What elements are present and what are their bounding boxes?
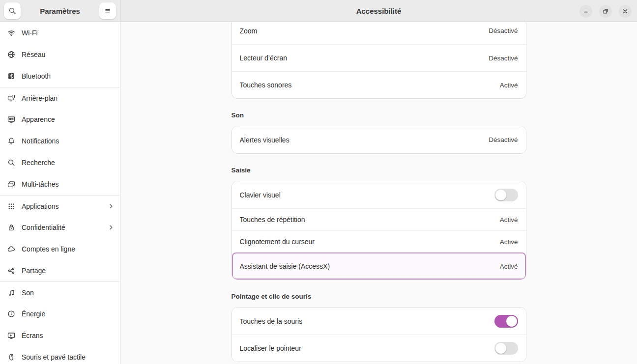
sidebar-item-label: Wi-Fi: [22, 29, 115, 37]
chevron-right-icon: [107, 224, 115, 231]
minimize-button[interactable]: [579, 5, 592, 18]
row-value: Désactivé: [489, 55, 518, 62]
sidebar-item-label: Comptes en ligne: [22, 245, 115, 253]
sidebar-item-comptes-en-ligne[interactable]: Comptes en ligne: [0, 238, 120, 260]
sidebar-item-apparence[interactable]: Apparence: [0, 109, 120, 130]
header-bar: Paramètres Accessibilité: [0, 0, 637, 22]
sidebar-item-label: Recherche: [22, 159, 115, 167]
sidebar-item-label: Souris et pavé tactile: [22, 353, 115, 361]
row-label: Alertes visuelles: [240, 136, 290, 144]
sidebar-item-wi-fi[interactable]: Wi-Fi: [0, 22, 120, 44]
toggle-knob: [495, 343, 506, 354]
main-menu-button[interactable]: [99, 2, 116, 19]
row-value: Activé: [500, 263, 518, 270]
row-label: Zoom: [240, 27, 258, 35]
sidebar-item-ecrans[interactable]: Écrans: [0, 325, 120, 346]
settings-row-touches-de-la-souris[interactable]: Touches de la souris: [232, 308, 526, 335]
sidebar-header: Paramètres: [0, 0, 120, 22]
sidebar-item-partage[interactable]: Partage: [0, 260, 120, 281]
row-label: Clignotement du curseur: [240, 238, 315, 246]
search-icon: [8, 7, 16, 15]
accessibility-page: ZoomDésactivéLecteur d’écranDésactivéTou…: [232, 22, 526, 362]
minimize-icon: [582, 8, 589, 15]
row-label: Lecteur d’écran: [240, 54, 288, 62]
appearance-icon: [7, 115, 15, 123]
row-label: Touches de répétition: [240, 216, 305, 224]
sharing-icon: [7, 267, 15, 275]
row-label: Assistant de saisie (AccessX): [240, 262, 330, 270]
maximize-button[interactable]: [599, 5, 612, 18]
settings-group: Touches de la sourisLocaliser le pointeu…: [232, 307, 526, 362]
sidebar-item-label: Bluetooth: [22, 72, 115, 80]
sidebar-item-label: Multi-tâches: [22, 180, 115, 188]
content-header: Accessibilité: [120, 0, 637, 22]
sidebar-item-label: Écrans: [22, 332, 115, 339]
toggle-switch-localiser-le-pointeur[interactable]: [494, 342, 518, 355]
sidebar-item-label: Son: [22, 289, 115, 297]
search-button[interactable]: [4, 2, 21, 19]
settings-row-alertes-visuelles[interactable]: Alertes visuellesDésactivé: [232, 126, 526, 153]
sidebar-item-label: Partage: [22, 267, 115, 275]
sidebar-item-reseau[interactable]: Réseau: [0, 44, 120, 65]
network-icon: [7, 51, 15, 58]
sidebar-item-label: Énergie: [22, 310, 115, 318]
toggle-knob: [506, 316, 517, 327]
applications-icon: [7, 202, 15, 210]
toggle-knob: [495, 190, 506, 200]
settings-row-localiser-le-pointeur[interactable]: Localiser le pointeur: [232, 335, 526, 362]
sidebar-item-applications[interactable]: Applications: [0, 195, 120, 217]
section-title-saisie: Saisie: [232, 167, 526, 174]
row-value: Désactivé: [489, 136, 518, 143]
sidebar-item-notifications[interactable]: Notifications: [0, 130, 120, 152]
sidebar-item-label: Arrière-plan: [22, 94, 115, 102]
settings-row-assistant-de-saisie-accessx[interactable]: Assistant de saisie (AccessX)Activé: [232, 252, 526, 280]
close-button[interactable]: [619, 5, 632, 18]
settings-row-clignotement-du-curseur[interactable]: Clignotement du curseurActivé: [232, 230, 526, 252]
settings-row-touches-sonores[interactable]: Touches sonoresActivé: [232, 71, 526, 98]
settings-group: ZoomDésactivéLecteur d’écranDésactivéTou…: [232, 22, 526, 99]
row-label: Localiser le pointeur: [240, 344, 301, 352]
sidebar-item-label: Applications: [22, 202, 101, 210]
settings-group: Alertes visuellesDésactivé: [232, 126, 526, 154]
row-value: Activé: [500, 238, 518, 246]
sidebar-item-arriere-plan[interactable]: Arrière-plan: [0, 87, 120, 109]
cloud-icon: [7, 245, 15, 253]
window-body: Wi-FiRéseauBluetoothArrière-planApparenc…: [0, 22, 637, 364]
sidebar-item-label: Réseau: [22, 51, 115, 58]
sidebar-item-confidentialite[interactable]: Confidentialité: [0, 217, 120, 238]
sidebar-item-bluetooth[interactable]: Bluetooth: [0, 65, 120, 87]
settings-row-clavier-visuel[interactable]: Clavier visuel: [232, 181, 526, 208]
menu-icon: [104, 7, 112, 15]
sidebar-item-souris-et-pave-tactile[interactable]: Souris et pavé tactile: [0, 346, 120, 364]
settings-row-lecteur-d-ecran[interactable]: Lecteur d’écranDésactivé: [232, 44, 526, 71]
sidebar-item-label: Confidentialité: [22, 224, 101, 231]
toggle-switch-clavier-visuel[interactable]: [494, 189, 518, 201]
row-label: Clavier visuel: [240, 191, 281, 199]
settings-group: Clavier visuelTouches de répétitionActiv…: [232, 181, 526, 280]
chevron-right-icon: [107, 202, 115, 210]
multitasking-icon: [7, 180, 15, 188]
row-label: Touches de la souris: [240, 317, 303, 325]
displays-icon: [7, 332, 15, 339]
toggle-switch-touches-de-la-souris[interactable]: [494, 315, 518, 328]
sidebar: Wi-FiRéseauBluetoothArrière-planApparenc…: [0, 22, 120, 364]
background-icon: [7, 94, 15, 102]
sidebar-item-son[interactable]: Son: [0, 281, 120, 303]
row-label: Touches sonores: [240, 81, 292, 89]
sidebar-item-recherche[interactable]: Recherche: [0, 152, 120, 173]
sidebar-item-label: Apparence: [22, 115, 115, 123]
sidebar-item-multi-taches[interactable]: Multi-tâches: [0, 173, 120, 195]
settings-row-zoom[interactable]: ZoomDésactivé: [232, 22, 526, 44]
privacy-icon: [7, 224, 15, 231]
power-icon: [7, 310, 15, 318]
sidebar-item-energie[interactable]: Énergie: [0, 303, 120, 325]
section-title-pointage-et-clic-de-souris: Pointage et clic de souris: [232, 293, 526, 300]
content-scroll-area[interactable]: ZoomDésactivéLecteur d’écranDésactivéTou…: [120, 22, 637, 364]
close-icon: [622, 8, 629, 15]
settings-row-touches-de-repetition[interactable]: Touches de répétitionActivé: [232, 208, 526, 230]
row-value: Désactivé: [489, 27, 518, 34]
wifi-icon: [7, 29, 15, 37]
row-value: Activé: [500, 216, 518, 224]
row-value: Activé: [500, 82, 518, 89]
page-title: Accessibilité: [120, 7, 637, 15]
